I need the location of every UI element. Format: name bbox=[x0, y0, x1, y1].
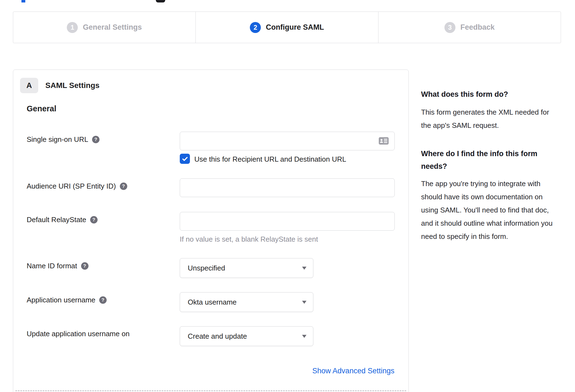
application-username-value: Okta username bbox=[188, 298, 237, 307]
relay-state-input[interactable] bbox=[180, 212, 395, 231]
step-2-number-badge: 2 bbox=[250, 22, 261, 33]
step-3-number-badge: 3 bbox=[444, 22, 455, 33]
name-id-format-help-icon[interactable]: ? bbox=[81, 262, 89, 270]
audience-uri-help-icon[interactable]: ? bbox=[120, 183, 127, 190]
recipient-url-checkbox-label: Use this for Recipient URL and Destinati… bbox=[194, 155, 346, 164]
recipient-url-checkbox[interactable] bbox=[180, 154, 190, 164]
name-id-format-label: Name ID format ? bbox=[27, 262, 89, 270]
audience-uri-input[interactable] bbox=[180, 178, 395, 197]
sidebar-answer-1: This form generates the XML needed for t… bbox=[421, 106, 560, 132]
step-configure-saml[interactable]: 2 Configure SAML bbox=[195, 12, 378, 43]
relay-state-hint: If no value is set, a blank RelayState i… bbox=[180, 235, 318, 244]
sso-url-label: Single sign-on URL ? bbox=[27, 135, 99, 144]
name-id-format-select[interactable]: Unspecified bbox=[180, 258, 313, 278]
step-general-settings[interactable]: 1 General Settings bbox=[13, 12, 195, 43]
step-1-label: General Settings bbox=[83, 23, 142, 32]
relay-state-label: Default RelayState ? bbox=[27, 216, 98, 224]
chevron-down-icon bbox=[302, 301, 306, 304]
help-sidebar: What does this form do? This form genera… bbox=[421, 90, 560, 243]
audience-uri-label: Audience URI (SP Entity ID) ? bbox=[27, 182, 127, 191]
sso-url-input[interactable] bbox=[180, 132, 395, 150]
step-1-number-badge: 1 bbox=[67, 22, 78, 33]
relay-state-help-icon[interactable]: ? bbox=[90, 216, 98, 223]
sidebar-question-2: Where do I find the info this form needs… bbox=[421, 147, 560, 173]
section-dashed-divider bbox=[15, 390, 406, 391]
update-username-label: Update application username on bbox=[27, 330, 129, 338]
checkmark-icon bbox=[181, 155, 189, 162]
step-feedback[interactable]: 3 Feedback bbox=[378, 12, 561, 43]
chevron-down-icon bbox=[302, 267, 306, 270]
sso-url-help-icon[interactable]: ? bbox=[92, 136, 99, 143]
wizard-stepper: 1 General Settings 2 Configure SAML 3 Fe… bbox=[13, 12, 561, 43]
section-a-badge: A bbox=[20, 78, 38, 93]
contact-card-icon[interactable] bbox=[379, 137, 389, 145]
sidebar-question-1: What does this form do? bbox=[421, 90, 560, 98]
update-username-select[interactable]: Create and update bbox=[180, 326, 313, 346]
panel-title: SAML Settings bbox=[45, 81, 99, 90]
application-username-help-icon[interactable]: ? bbox=[99, 296, 107, 304]
application-username-select[interactable]: Okta username bbox=[180, 292, 313, 312]
step-3-label: Feedback bbox=[460, 23, 495, 32]
application-username-label: Application username ? bbox=[27, 296, 107, 304]
header-fragment-dark bbox=[156, 0, 165, 2]
configure-saml-page: 1 General Settings 2 Configure SAML 3 Fe… bbox=[0, 0, 575, 392]
show-advanced-settings-link[interactable]: Show Advanced Settings bbox=[312, 367, 394, 375]
chevron-down-icon bbox=[302, 335, 306, 338]
general-section-heading: General bbox=[27, 104, 56, 113]
sidebar-answer-2: The app you're trying to integrate with … bbox=[421, 177, 560, 243]
saml-settings-panel: A SAML Settings General Single sign-on U… bbox=[13, 70, 409, 392]
name-id-format-value: Unspecified bbox=[188, 264, 225, 272]
step-2-label: Configure SAML bbox=[266, 23, 324, 32]
update-username-value: Create and update bbox=[188, 332, 247, 341]
header-fragment-blue bbox=[21, 0, 25, 2]
